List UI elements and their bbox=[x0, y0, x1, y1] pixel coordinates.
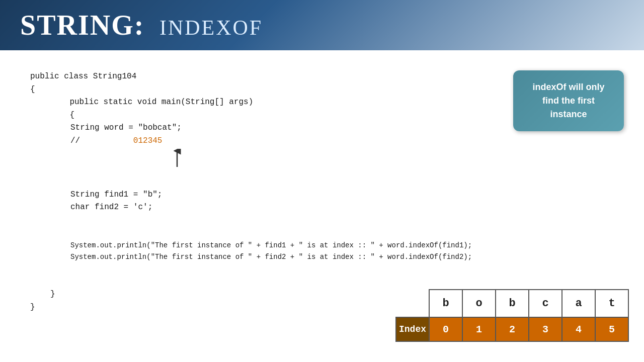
letter-o: o bbox=[462, 290, 496, 317]
index-label: Index bbox=[396, 317, 429, 341]
letter-c: c bbox=[529, 290, 562, 317]
arrow-up-icon bbox=[171, 149, 183, 167]
index-4: 4 bbox=[562, 317, 595, 341]
code-line-12: System.out.println("The first instance o… bbox=[70, 251, 472, 262]
header: String: indexOf bbox=[0, 0, 644, 50]
code-line-4: { bbox=[50, 109, 472, 122]
code-line-11: System.out.println("The first instance o… bbox=[70, 240, 472, 251]
code-line-9: char find2 = 'c'; bbox=[70, 201, 472, 214]
index-table: b o b c a t Index 0 1 2 3 4 5 bbox=[395, 289, 629, 342]
title-string-part: String: bbox=[20, 10, 144, 41]
letters-row: b o b c a t bbox=[396, 290, 628, 317]
title-method-part: indexOf bbox=[152, 16, 263, 39]
empty-cell bbox=[396, 290, 429, 317]
letter-b2: b bbox=[496, 290, 529, 317]
code-line-3: public static void main(String[] args) bbox=[50, 96, 472, 109]
code-line-5: String word = "bobcat"; bbox=[70, 122, 472, 135]
index-5: 5 bbox=[595, 317, 628, 341]
letter-t: t bbox=[595, 290, 628, 317]
index-1: 1 bbox=[462, 317, 496, 341]
index-table-container: b o b c a t Index 0 1 2 3 4 5 bbox=[395, 289, 629, 342]
code-line-6: // 012345 bbox=[70, 135, 162, 148]
code-spacer-2 bbox=[30, 214, 472, 227]
index-3: 3 bbox=[529, 317, 562, 341]
index-0: 0 bbox=[429, 317, 462, 341]
page-title: String: indexOf bbox=[20, 9, 263, 41]
code-line-8: String find1 = "b"; bbox=[70, 189, 472, 202]
code-spacer-5 bbox=[30, 276, 472, 289]
code-spacer-3 bbox=[30, 227, 472, 240]
code-spacer-4 bbox=[30, 262, 472, 276]
code-line-2: { bbox=[30, 83, 472, 97]
code-line-1: public class String104 bbox=[30, 70, 472, 83]
info-box: indexOf will only find the first instanc… bbox=[513, 70, 624, 131]
index-2: 2 bbox=[496, 317, 529, 341]
letter-b1: b bbox=[429, 290, 462, 317]
letter-a: a bbox=[562, 290, 595, 317]
index-row: Index 0 1 2 3 4 5 bbox=[396, 317, 628, 341]
code-spacer-1 bbox=[30, 175, 472, 189]
